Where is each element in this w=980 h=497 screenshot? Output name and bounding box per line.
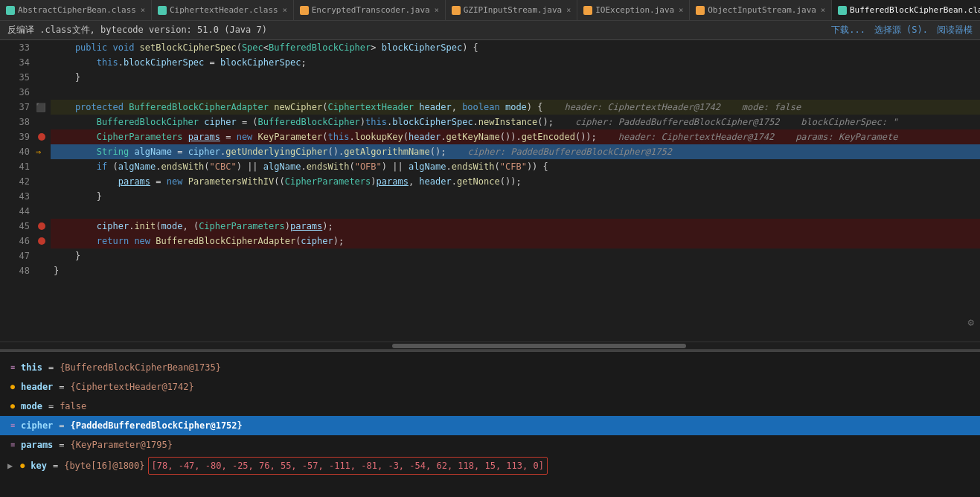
code-line-47: }: [51, 248, 980, 263]
code-line-46: return new BufferedBlockCipherAdapter(ci…: [51, 234, 980, 248]
debug-panel: ≡ this = {BufferedBlockCipherBean@1735} …: [0, 350, 980, 497]
code-line-48: }: [51, 263, 980, 278]
code-line-41: if (algName.endsWith("CBC") || algName.e…: [51, 159, 980, 174]
tab-close-CiphertextHeader[interactable]: ×: [283, 6, 287, 14]
expand-icon-key[interactable]: ▶: [7, 458, 13, 473]
param-icon-key: ●: [17, 461, 28, 471]
tab-bar: AbstractCipherBean.class × CiphertextHea…: [0, 0, 980, 21]
choose-source-button[interactable]: 选择源 (S).: [874, 24, 928, 36]
code-line-37: protected BufferedBlockCipherAdapter new…: [51, 100, 980, 115]
tab-icon-CiphertextHeader: [158, 6, 167, 15]
obj-icon: ≡: [7, 362, 18, 373]
tab-icon-EncryptedTranscoder: [300, 6, 309, 15]
debug-var-params[interactable]: ≡ params = {KeyParameter@1795}: [0, 435, 980, 455]
tab-label-AbstractCipherBean: AbstractCipherBean.class: [18, 5, 136, 15]
tab-label-GZIPInputStream: GZIPInputStream.java: [464, 5, 562, 15]
code-line-35: }: [51, 70, 980, 85]
tab-close-GZIPInputStream[interactable]: ×: [566, 6, 571, 14]
tab-IOException[interactable]: IOException.java ×: [577, 0, 690, 20]
tab-CiphertextHeader[interactable]: CiphertextHeader.class ×: [152, 0, 294, 20]
tab-icon-IOException: [583, 6, 592, 15]
tab-label-BufferedBlockCipherBean: BufferedBlockCipherBean.class: [850, 5, 980, 15]
tab-EncryptedTranscoder[interactable]: EncryptedTranscoder.java ×: [294, 0, 446, 20]
code-line-33: public void setBlockCipherSpec(Spec<Buff…: [51, 40, 980, 55]
code-line-34: this.blockCipherSpec = blockCipherSpec;: [51, 55, 980, 70]
code-line-44: [51, 204, 980, 219]
code-line-36: [51, 85, 980, 100]
tab-icon-BufferedBlockCipherBean: [838, 6, 847, 15]
info-bar-actions: 下载... 选择源 (S). 阅读器模: [831, 24, 973, 36]
tab-label-EncryptedTranscoder: EncryptedTranscoder.java: [312, 5, 430, 15]
tab-icon-GZIPInputStream: [452, 6, 461, 15]
tab-ObjectInputStream[interactable]: ObjectInputStream.java ×: [690, 0, 832, 20]
info-bar: 反编译 .class文件, bytecode version: 51.0 (Ja…: [0, 21, 980, 40]
reader-mode-button[interactable]: 阅读器模: [937, 24, 973, 36]
debug-var-this[interactable]: ≡ this = {BufferedBlockCipherBean@1735}: [0, 358, 980, 377]
tab-label-IOException: IOException.java: [595, 5, 674, 15]
code-line-45: cipher.init(mode, (CipherParameters)para…: [51, 219, 980, 234]
tab-AbstractCipherBean[interactable]: AbstractCipherBean.class ×: [0, 0, 152, 20]
code-area[interactable]: public void setBlockCipherSpec(Spec<Buff…: [48, 40, 980, 342]
horizontal-scrollbar[interactable]: [0, 342, 980, 349]
scrollbar-thumb[interactable]: [392, 344, 686, 348]
code-line-40: String algName = cipher.getUnderlyingCip…: [51, 144, 980, 159]
line-numbers: 33 34 35 36 37 38 39 40 41 42 43 44 45 4…: [0, 40, 36, 342]
tab-BufferedBlockCipherBean[interactable]: BufferedBlockCipherBean.class ×: [832, 0, 980, 20]
editor-container: 33 34 35 36 37 38 39 40 41 42 43 44 45 4…: [0, 40, 980, 342]
editor-gutter: ⬛ ⇒: [36, 40, 48, 342]
array-value-key: [78, -47, -80, -25, 76, 55, -57, -111, -…: [148, 457, 548, 475]
settings-icon[interactable]: ⚙: [968, 316, 974, 328]
bool-icon-mode: ●: [7, 401, 18, 411]
tab-label-ObjectInputStream: ObjectInputStream.java: [708, 5, 816, 15]
tab-label-CiphertextHeader: CiphertextHeader.class: [170, 5, 278, 15]
code-line-42: params = new ParametersWithIV((CipherPar…: [51, 174, 980, 189]
debug-var-key[interactable]: ▶ ● key = {byte[16]@1800} [78, -47, -80,…: [0, 455, 980, 477]
tab-close-IOException[interactable]: ×: [679, 6, 683, 14]
code-line-43: }: [51, 189, 980, 204]
code-line-38: BufferedBlockCipher cipher = (BufferedBl…: [51, 115, 980, 129]
param-icon-header: ●: [7, 382, 18, 392]
debug-var-mode[interactable]: ● mode = false: [0, 397, 980, 416]
tab-icon-AbstractCipherBean: [6, 6, 15, 15]
tab-GZIPInputStream[interactable]: GZIPInputStream.java ×: [446, 0, 577, 20]
debug-var-cipher[interactable]: ≡ cipher = {PaddedBufferedBlockCipher@17…: [0, 416, 980, 435]
tab-close-AbstractCipherBean[interactable]: ×: [141, 6, 145, 14]
decompile-info: 反编译 .class文件, bytecode version: 51.0 (Ja…: [7, 24, 267, 36]
obj-icon-params: ≡: [7, 440, 18, 450]
debug-var-header[interactable]: ● header = {CiphertextHeader@1742}: [0, 377, 980, 397]
tab-close-EncryptedTranscoder[interactable]: ×: [435, 6, 439, 14]
obj-icon-cipher: ≡: [7, 420, 18, 431]
tab-icon-ObjectInputStream: [696, 6, 705, 15]
tab-close-ObjectInputStream[interactable]: ×: [821, 6, 825, 14]
code-line-39: CipherParameters params = new KeyParamet…: [51, 129, 980, 144]
download-button[interactable]: 下载...: [831, 24, 865, 36]
